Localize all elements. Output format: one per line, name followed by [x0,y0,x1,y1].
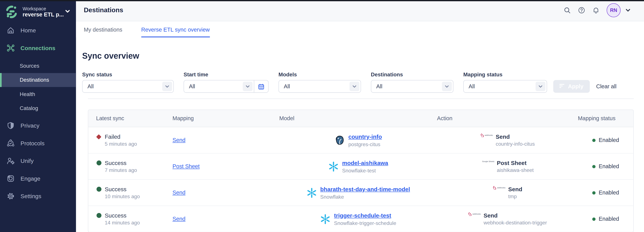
sync-time: 14 minutes ago [96,220,172,226]
webhooks-logo: webhooks [492,186,506,190]
enabled-dot-icon [592,139,595,142]
calendar-icon[interactable] [254,80,268,92]
sidebar-item-settings[interactable]: Settings [0,187,76,205]
destination-logo: webhooks Google Sheets [492,186,506,190]
latest-sync-cell: Success 10 minutes ago [96,180,172,206]
mapping-cell: Send [172,127,279,153]
table-row: Success 14 minutes ago Send [88,206,633,232]
filter-funnel-icon [559,83,565,89]
sidebar-subitem[interactable]: Health [0,87,76,101]
sidebar: Workspace reverse ETL p... Home [0,0,76,232]
workspace-switcher[interactable]: Workspace reverse ETL p... [0,0,76,22]
person-gear-icon [6,157,15,165]
filter-select[interactable]: All [278,80,361,93]
tab[interactable]: Reverse ETL sync overview [141,21,210,37]
filter-label: Start time [184,71,269,77]
sidebar-item-label: Home [20,27,36,33]
mapping-status-cell: Enabled [578,206,633,232]
mapping-status-text: Enabled [599,216,619,222]
filter-value: All [376,83,382,89]
model-link[interactable]: bharath-test-day-and-time-model [320,186,410,193]
avatar[interactable]: RN [606,3,620,17]
table-row: Failed 5 minutes ago Send [88,127,633,154]
mapping-cell: Post Sheet [172,154,279,179]
tab[interactable]: My destinations [84,21,122,37]
sync-status-text: Success [105,186,126,193]
sidebar-subitem-label: Catalog [20,105,38,111]
apply-button[interactable]: Apply [553,80,590,93]
tab-label: My destinations [84,26,122,33]
chevron-down-icon [442,82,452,91]
sidebar-item-engage[interactable]: Engage [0,170,76,187]
model-link[interactable]: model-aishikawa [342,160,388,166]
action-cell: webhooks Google Sheets [437,127,578,153]
sidebar-item-connections[interactable]: Connections [0,39,76,56]
enabled-dot-icon [592,165,595,168]
model-link[interactable]: trigger-schedule-test [334,212,391,219]
bell-icon[interactable] [592,7,600,14]
sidebar-item-label: Unify [20,157,34,164]
sync-table: Latest syncMappingModelActionMapping sta… [88,110,634,232]
mapping-status-cell: Enabled [578,180,633,206]
sidebar-subitem[interactable]: Sources [0,59,76,73]
filter-select[interactable]: All [82,80,174,93]
chevron-down-icon [536,82,546,91]
sidebar-item-home[interactable]: Home [0,22,76,38]
model-subtitle: postgres-citus [348,142,382,147]
mapping-cell: Send [172,180,279,206]
sync-status-text: Failed [105,133,120,140]
action-title: Send [496,133,535,140]
clear-all-button[interactable]: Clear all [596,83,616,89]
mapping-link[interactable]: Send [172,190,279,196]
filter-select[interactable]: All [463,80,547,93]
section-divider [88,98,634,99]
snowflake-icon [306,187,317,198]
apply-label: Apply [568,83,584,89]
sidebar-subitem[interactable]: Catalog [0,101,76,115]
sidebar-item-protocols[interactable]: Protocols [0,134,76,152]
section-heading: Sync overview [82,51,634,61]
filter-select[interactable]: All [184,80,269,93]
filter-value: All [468,83,475,89]
sidebar-subitem[interactable]: Destinations [0,73,76,87]
table-row: Success 7 minutes ago Post Sheet [88,154,633,180]
model-link[interactable]: country-info [348,133,382,140]
page-header: Destinations [76,0,644,21]
main-area: Destinations [76,0,644,232]
chevron-down-icon[interactable] [624,7,632,14]
filter-value: All [189,83,195,89]
header-icons: RN [564,3,632,17]
filter-label: Mapping status [463,71,547,77]
sidebar-subitem-label: Destinations [20,77,49,83]
latest-sync-cell: Failed 5 minutes ago [96,127,172,153]
mapping-link[interactable]: Send [172,137,279,143]
filter-label: Sync status [82,71,174,77]
filter-group: Start time All [184,71,269,93]
model-source-icon [306,187,317,198]
destination-logo: webhooks Google Sheets [481,160,494,163]
help-icon[interactable] [578,7,585,14]
filter-select[interactable]: All [371,80,454,93]
action-cell: webhooks Google Sheets [437,154,578,179]
content: Sync overview Sync status All [76,37,644,232]
postgres-icon [334,135,345,146]
enabled-dot-icon [592,191,595,194]
search-icon[interactable] [564,7,571,14]
sidebar-subitem-label: Sources [20,63,39,69]
sidebar-item-label: Engage [20,175,40,182]
page-title: Destinations [84,7,123,14]
mapping-status-cell: Enabled [578,154,633,179]
chevron-down-icon[interactable] [65,8,72,16]
column-header: Mapping [172,115,279,121]
tab-label: Reverse ETL sync overview [141,26,210,33]
sync-status-text: Success [105,160,126,166]
destination-logo: webhooks Google Sheets [468,212,481,216]
sidebar-item-unify[interactable]: Unify [0,152,76,170]
shield-icon [6,121,15,130]
sidebar-item-privacy[interactable]: Privacy [0,116,76,134]
action-cell: webhooks Google Sheets [437,206,578,232]
mapping-link[interactable]: Post Sheet [172,163,279,170]
snowflake-icon [328,161,339,172]
mapping-link[interactable]: Send [172,216,279,222]
mapping-status-text: Enabled [599,163,619,170]
